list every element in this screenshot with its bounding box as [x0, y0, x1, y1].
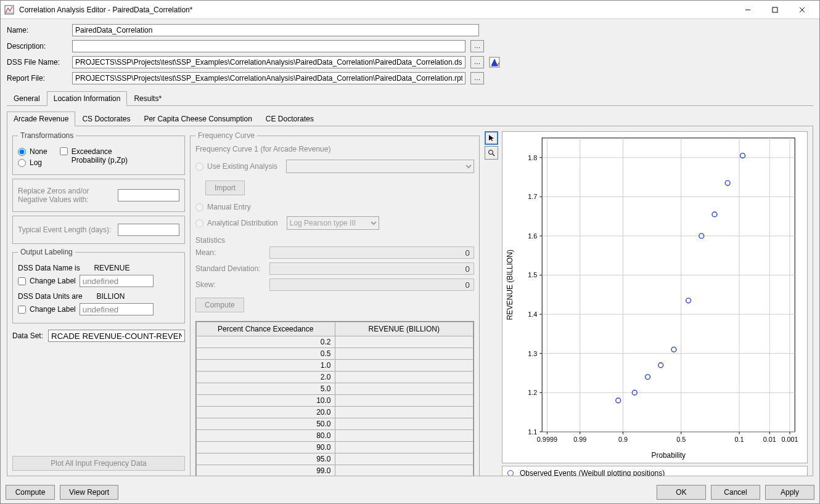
- radio-analytical: [195, 219, 203, 227]
- subtab-arcade-revenue[interactable]: Arcade Revenue: [7, 112, 75, 126]
- compute-button[interactable]: Compute: [6, 485, 55, 500]
- radio-log[interactable]: [18, 159, 26, 167]
- middle-column: Frequency Curve Frequency Curve 1 (for A…: [190, 131, 480, 471]
- table-row[interactable]: 90.0: [197, 442, 474, 453]
- table-row[interactable]: 1.0: [197, 360, 474, 372]
- cell-revenue: [335, 442, 474, 453]
- dss-plot-icon[interactable]: [489, 57, 500, 68]
- cell-exceedance: 95.0: [197, 453, 335, 465]
- compute-freq-button: Compute: [195, 298, 244, 312]
- table-row[interactable]: 2.0: [197, 372, 474, 383]
- cell-exceedance: 90.0: [197, 442, 335, 453]
- cancel-button[interactable]: Cancel: [711, 485, 760, 500]
- description-field[interactable]: [72, 40, 465, 52]
- table-row[interactable]: 95.0: [197, 453, 474, 465]
- footer-bar: Compute View Report OK Cancel Apply: [1, 481, 819, 503]
- minimize-button[interactable]: [734, 1, 761, 18]
- radio-manual-entry: [195, 203, 203, 211]
- typical-group: Typical Event Length (days):: [12, 216, 185, 244]
- skew-label: Skew:: [195, 280, 269, 289]
- dss-browse-button[interactable]: …: [470, 56, 484, 68]
- table-row[interactable]: 10.0: [197, 395, 474, 407]
- report-row: Report File: …: [7, 72, 813, 84]
- subtab-ce-doctorates[interactable]: CE Doctorates: [259, 112, 321, 126]
- exceedance-table: Percent Chance Exceedance REVENUE (BILLI…: [196, 322, 474, 476]
- svg-text:0.5: 0.5: [676, 436, 686, 443]
- use-existing-label: Use Existing Analysis: [207, 162, 277, 171]
- change-label-name-input: [80, 275, 154, 287]
- tab-general[interactable]: General: [7, 91, 47, 106]
- replace-group: Replace Zeros and/or Negative Values wit…: [12, 179, 185, 212]
- table-row[interactable]: 99.0: [197, 465, 474, 477]
- tab-location-information[interactable]: Location Information: [47, 91, 128, 106]
- cell-revenue: [335, 395, 474, 407]
- cell-revenue: [335, 465, 474, 477]
- transformations-legend: Transformations: [18, 131, 76, 140]
- dss-name-is-label: DSS Data Name is: [18, 264, 80, 272]
- table-row[interactable]: 0.5: [197, 348, 474, 360]
- plot-all-input-button[interactable]: Plot All Input Frequency Data: [12, 456, 185, 471]
- zoom-tool[interactable]: [485, 146, 498, 160]
- table-header-revenue: REVENUE (BILLION): [335, 322, 474, 336]
- dss-label: DSS File Name:: [7, 58, 67, 67]
- svg-text:0.99: 0.99: [573, 436, 586, 443]
- transformations-group: Transformations None Log Exceedance Prob…: [12, 131, 185, 175]
- radio-none[interactable]: [18, 148, 26, 156]
- svg-text:1.8: 1.8: [528, 154, 537, 161]
- apply-button[interactable]: Apply: [765, 485, 814, 500]
- cell-revenue: [335, 453, 474, 465]
- maximize-button[interactable]: [761, 1, 789, 18]
- svg-text:1.4: 1.4: [528, 311, 537, 318]
- change-label-units-check[interactable]: [18, 306, 26, 314]
- analytical-label: Analytical Distribution: [207, 219, 278, 227]
- report-browse-button[interactable]: …: [470, 72, 484, 84]
- cell-revenue: [335, 383, 474, 395]
- mean-field: [269, 246, 474, 259]
- change-label-name-check[interactable]: [18, 277, 26, 285]
- legend-text: Observed Events (Weibull plotting positi…: [520, 469, 665, 476]
- cell-exceedance: 80.0: [197, 430, 335, 442]
- subtab-cs-doctorates[interactable]: CS Doctorates: [75, 112, 137, 126]
- name-row: Name:: [7, 24, 813, 36]
- import-button: Import: [205, 181, 245, 195]
- report-label: Report File:: [7, 74, 67, 83]
- change-label-units-input: [80, 303, 154, 315]
- left-column: Transformations None Log Exceedance Prob…: [12, 131, 185, 471]
- table-row[interactable]: 5.0: [197, 383, 474, 395]
- subtab-cheese[interactable]: Per Capita Cheese Consumption: [137, 112, 258, 126]
- tab-results[interactable]: Results*: [127, 91, 168, 106]
- dataset-label: Data Set:: [12, 331, 43, 340]
- cell-revenue: [335, 372, 474, 383]
- report-field[interactable]: [72, 72, 465, 84]
- radio-use-existing: [195, 163, 203, 171]
- dss-field[interactable]: [72, 56, 465, 68]
- manual-entry-label: Manual Entry: [207, 203, 251, 211]
- table-row[interactable]: 50.0: [197, 418, 474, 430]
- check-exceedance[interactable]: [60, 147, 68, 155]
- dataset-field[interactable]: [48, 330, 185, 342]
- cell-revenue: [335, 407, 474, 418]
- svg-text:1.1: 1.1: [528, 428, 537, 436]
- titlebar: Correlation Analysis Editor - PairedData…: [1, 1, 819, 19]
- use-existing-select: [286, 160, 474, 173]
- table-header-exceedance: Percent Chance Exceedance: [197, 322, 335, 336]
- window-title: Correlation Analysis Editor - PairedData…: [19, 6, 734, 14]
- close-button[interactable]: [789, 1, 816, 18]
- output-legend: Output Labeling: [18, 248, 75, 256]
- pointer-tool[interactable]: [485, 131, 498, 145]
- view-report-button[interactable]: View Report: [60, 485, 118, 500]
- table-row[interactable]: 80.0: [197, 430, 474, 442]
- radio-log-label: Log: [30, 158, 42, 167]
- check-exceedance-label: Exceedance Probability (p,Zp): [72, 147, 139, 165]
- table-row[interactable]: 20.0: [197, 407, 474, 418]
- sd-field: [269, 262, 474, 275]
- ok-button[interactable]: OK: [657, 485, 706, 500]
- svg-marker-8: [489, 135, 494, 141]
- frequency-plot[interactable]: 1.11.21.31.41.51.61.71.80.99990.990.90.5…: [502, 131, 808, 463]
- name-field[interactable]: [72, 24, 479, 36]
- dss-row: DSS File Name: …: [7, 56, 813, 68]
- table-row[interactable]: 0.2: [197, 336, 474, 348]
- skew-field: [269, 278, 474, 291]
- main-tabs: General Location Information Results*: [7, 91, 813, 106]
- description-edit-button[interactable]: …: [470, 40, 484, 52]
